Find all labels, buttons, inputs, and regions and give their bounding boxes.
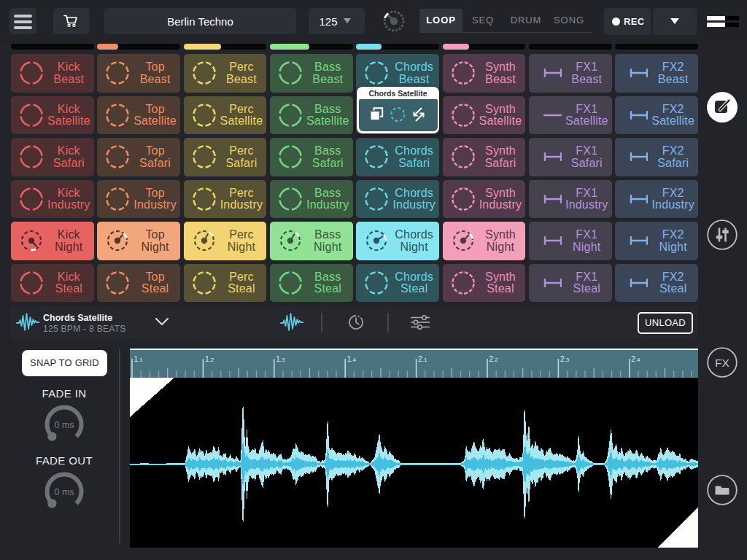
svg-text:FX: FX	[715, 357, 729, 369]
svg-text:2.4: 2.4	[631, 355, 640, 363]
svg-text:1.1: 1.1	[134, 355, 144, 363]
svg-text:0 ms: 0 ms	[54, 486, 74, 497]
svg-text:1.4: 1.4	[347, 355, 357, 363]
svg-text:1.2: 1.2	[205, 355, 214, 363]
svg-text:0 ms: 0 ms	[54, 419, 74, 429]
svg-text:2.1: 2.1	[418, 355, 427, 363]
svg-text:1.3: 1.3	[276, 355, 285, 363]
svg-text:2.3: 2.3	[560, 355, 570, 363]
svg-text:2.2: 2.2	[489, 355, 499, 363]
